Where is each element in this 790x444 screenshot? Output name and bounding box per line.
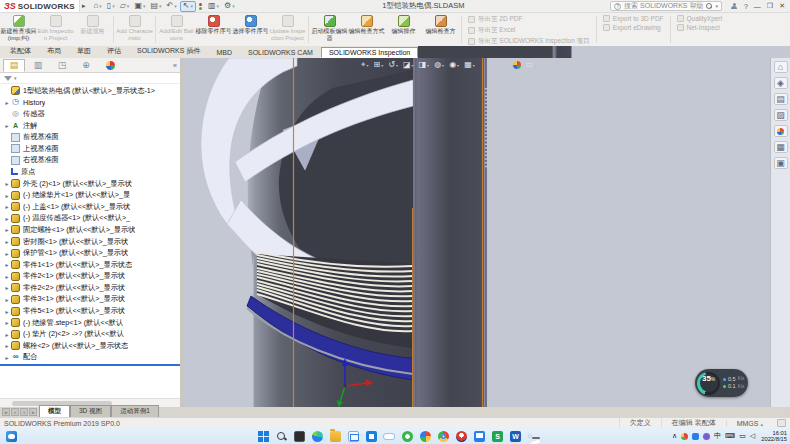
open-button[interactable]: ▱ [118,1,132,12]
expand-arrow-icon[interactable]: ▸ [3,296,11,303]
select-balloon-button[interactable]: 选择零件序号 [232,13,269,46]
tab-layout[interactable]: 布局 [39,44,69,58]
appearances-icon[interactable] [774,125,788,137]
dimxpertmanager-tab[interactable]: ⊕ [75,59,97,72]
tree-item-right-plane[interactable]: 右视基准面 [0,155,180,167]
file-explorer-taskbar-icon[interactable] [330,431,341,442]
forum-icon[interactable]: ▣ [774,157,788,169]
green-s-app-icon[interactable]: S [492,431,503,442]
tab-solidworks-inspection[interactable]: SOLIDWORKS Inspection [321,47,418,58]
expand-arrow-icon[interactable]: ▸ [3,238,11,245]
tab-nav-next-icon[interactable]: › [20,408,28,416]
tab-sketch[interactable]: 草图 [69,44,99,58]
tab-motion-study[interactable]: 运动算例1 [111,405,159,417]
tab-solidworks-cam[interactable]: SOLIDWORKS CAM [240,47,321,58]
graphics-viewport[interactable]: ⌖ ⊞ ↺ ◪ ◨ ◍ ◉ ▦ ▭ 35 % [183,58,770,407]
tree-item-part[interactable]: ▸保护管<1> (默认<<默认>_显示状 [0,247,180,259]
tree-item-top-plane[interactable]: 上视基准面 [0,143,180,155]
minimize-button[interactable]: — [754,3,761,10]
tray-purple-icon[interactable] [703,433,710,440]
tree-item-part[interactable]: ▸螺栓<2> (默认<<默认>_显示状态 [0,340,180,352]
save-button[interactable]: ▣ [132,1,147,12]
print-button[interactable]: ▤ [148,1,163,12]
tree-item-origin[interactable]: 原点 [0,166,180,178]
new-spec-button[interactable]: 新建规格 [74,13,111,46]
taskbar-search-icon[interactable] [276,431,287,442]
expand-arrow-icon[interactable]: ▸ [3,203,11,210]
net-inspect-button[interactable]: Net-Inspect [677,24,723,31]
zoom-area-icon[interactable]: ⊞ [374,61,384,69]
expand-arrow-icon[interactable]: ▸ [3,342,11,349]
word-icon[interactable]: W [510,431,521,442]
tray-colorful-icon[interactable] [681,433,688,440]
colorful-circle-app-icon[interactable] [420,431,431,442]
expand-arrow-icon[interactable]: ▸ [3,250,11,257]
propertymanager-tab[interactable]: ▥ [27,59,49,72]
export-inspection-project[interactable]: 导出至 SOLIDWORKS Inspection 项目 [468,37,590,46]
panel-collapse-chevron[interactable]: « [173,62,177,69]
green-circle-app-icon[interactable] [402,431,413,442]
taskbar-clock[interactable]: 16:01 2022/8/15 [761,430,787,443]
mail-icon[interactable] [348,431,359,442]
tree-item-front-plane[interactable]: 前视基准面 [0,131,180,143]
tree-item-root-assembly[interactable]: 1型铠装热电偶 (默认<默认>_显示状态-1> [0,85,180,97]
launch-template-editor-button[interactable]: 启动模板编辑器 [311,13,348,46]
monitor-icon[interactable]: ▭ [739,432,746,440]
ime-indicator[interactable]: 中 [714,431,721,441]
remove-balloon-button[interactable]: 移除零件序号 [195,13,232,46]
edit-appearance-icon[interactable] [513,61,521,69]
tab-3d-views[interactable]: 3D 视图 [70,405,111,417]
edit-inspection-side-button[interactable]: 编辑检查方 [422,13,459,46]
expand-arrow-icon[interactable]: ▸ [3,99,11,106]
expand-arrow-icon[interactable]: ▸ [3,122,11,129]
new-document-button[interactable]: ▯ [105,1,117,12]
help-search-box[interactable]: ? 搜索 SOLIDWORKS 帮助 ▾ [610,1,722,11]
expand-arrow-icon[interactable]: ▸ [3,261,11,268]
restore-button[interactable]: ❐ [767,2,773,10]
tab-nav-first-icon[interactable]: « [2,408,10,416]
close-button[interactable]: ✕ [779,2,785,10]
tree-item-part[interactable]: ▸零件1<1> (默认<<默认>_显示状态 [0,259,180,271]
tree-item-part[interactable]: ▸(-) 绝缘垫片<1> (默认<<默认>_显 [0,189,180,201]
tree-item-annotations[interactable]: ▸A注解 [0,120,180,132]
tree-item-history[interactable]: ▸◷History [0,97,180,109]
undo-button[interactable]: ↶ [165,1,179,12]
tree-item-mates[interactable]: ▸∞配合 [0,352,180,364]
search-caret-icon[interactable]: ▾ [715,3,718,9]
login-user-icon[interactable] [731,3,738,10]
tray-blue-icon[interactable] [692,433,699,440]
rollback-bar[interactable] [0,364,180,366]
export-3d-pdf[interactable]: Export to 3D PDF [603,15,664,22]
blue-app-icon[interactable] [474,431,485,442]
units-dropdown[interactable]: MMGS▴ [726,420,773,427]
edit-operation-button[interactable]: 编辑操作 [385,13,422,46]
expand-arrow-icon[interactable]: ▸ [3,354,11,361]
tab-assembly[interactable]: 装配体 [2,44,39,58]
solidworks-taskbar-active[interactable] [528,434,532,438]
design-library-icon[interactable]: ◈ [774,77,788,89]
cloud-app-icon[interactable] [384,431,395,442]
custom-properties-icon[interactable]: ▦ [774,141,788,153]
featuremanager-tab[interactable]: ▤ [3,59,25,72]
select-button[interactable]: ↖ [180,1,196,12]
filter-funnel-icon[interactable] [4,76,12,81]
expand-arrow-icon[interactable]: ▸ [3,308,11,315]
section-view-icon[interactable]: ◪ [403,61,414,69]
tree-item-sensors[interactable]: ◎传感器 [0,108,180,120]
red-blue-app-icon[interactable] [456,431,467,442]
qualityxpert-button[interactable]: QualityXpert [677,15,723,22]
expand-arrow-icon[interactable]: ▸ [3,319,11,326]
widgets-icon[interactable] [6,431,17,442]
microsoft-store-icon[interactable] [366,431,377,442]
tree-item-part[interactable]: ▸(-) 上盖<1> (默认<<默认>_显示状 [0,201,180,213]
expand-arrow-icon[interactable]: ▸ [3,273,11,280]
tree-item-part[interactable]: ▸固定螺栓<1> (默认<<默认>_显示状 [0,224,180,236]
speaker-icon[interactable]: ◁ [750,432,755,440]
home-button[interactable]: ⌂ [91,1,103,12]
display-settings-button[interactable]: ▥ [206,1,221,12]
previous-view-icon[interactable]: ↺ [388,61,398,69]
options-button[interactable]: ⚙ [222,1,237,12]
expand-arrow-icon[interactable]: ▸ [3,226,11,233]
view-palette-icon[interactable]: ▨ [774,109,788,121]
tree-item-part[interactable]: ▸零件2<2> (默认<<默认>_显示状 [0,282,180,294]
